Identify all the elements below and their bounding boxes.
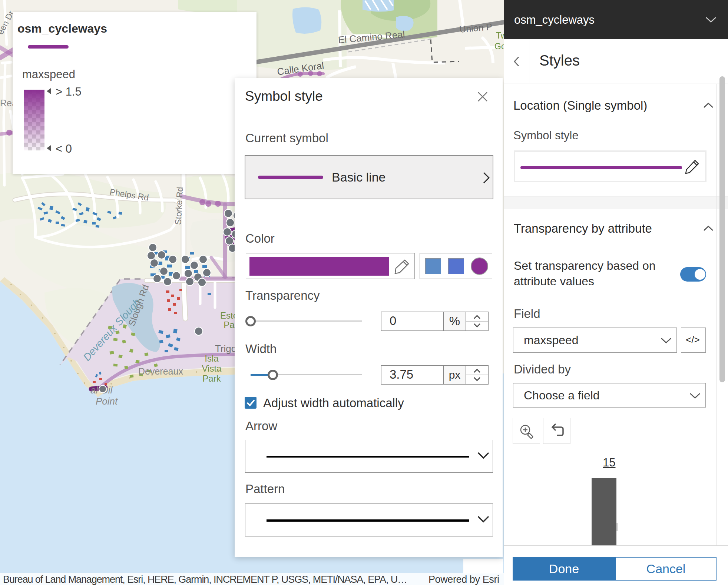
svg-text:Storke Rd: Storke Rd	[173, 187, 185, 225]
svg-text:Isla: Isla	[205, 353, 219, 363]
svg-text:Point: Point	[96, 396, 118, 407]
svg-text:Pa: Pa	[224, 320, 235, 330]
svg-text:Devereaux: Devereaux	[138, 366, 183, 376]
svg-text:Tw: Tw	[496, 31, 504, 40]
svg-text:Trigo: Trigo	[215, 343, 236, 354]
svg-text:Go: Go	[494, 41, 504, 51]
svg-text:Park: Park	[202, 373, 221, 383]
svg-text:Vista: Vista	[202, 363, 222, 373]
